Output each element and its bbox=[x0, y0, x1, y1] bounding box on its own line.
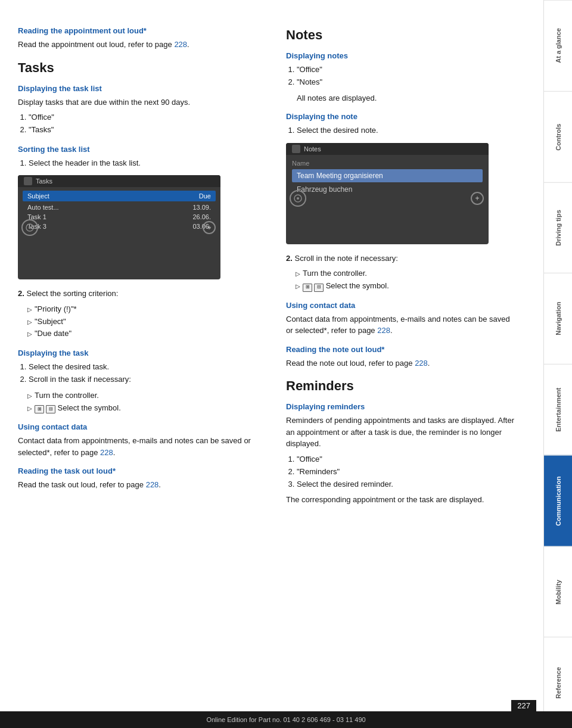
sidebar: At a glance Controls Driving tips Naviga… bbox=[543, 0, 572, 728]
right-column: Notes Displaying notes "Office" "Notes" … bbox=[280, 18, 518, 710]
using-contact-data-notes-body: Contact data from appointments, e-mails … bbox=[286, 313, 518, 337]
contact-data-tasks-link[interactable]: 228 bbox=[100, 448, 113, 457]
sidebar-tab-navigation[interactable]: Navigation bbox=[544, 273, 572, 364]
col-due: Due bbox=[199, 192, 211, 200]
row1-due: 13.09. bbox=[192, 204, 211, 211]
task-screenshot: Tasks Subject Due Auto test... 13.09. Ta… bbox=[18, 175, 220, 279]
reading-note-loud-heading: Reading the note out loud* bbox=[286, 345, 518, 354]
all-notes-displayed: All notes are displayed. bbox=[297, 92, 518, 104]
screen-title-bar: Tasks bbox=[18, 175, 220, 187]
notes-nav-controls bbox=[290, 190, 306, 207]
reading-appointment-section: Reading the appointment out loud* Read t… bbox=[18, 26, 268, 51]
col-subject: Subject bbox=[27, 192, 49, 200]
reading-note-loud-body: Read the note out loud, refer to page 22… bbox=[286, 357, 518, 369]
notes-screen-body: Name Team Meeting organisieren Fahrzeug … bbox=[286, 155, 489, 200]
list-item: ⊞ ⊟ Select the symbol. bbox=[296, 280, 518, 293]
list-item: "Reminders" bbox=[297, 466, 518, 478]
selected-item: Team Meeting organisieren bbox=[292, 169, 483, 182]
list-item: "Office" bbox=[29, 111, 268, 124]
sidebar-tab-controls[interactable]: Controls bbox=[544, 91, 572, 182]
row2-due: 26.06. bbox=[192, 213, 211, 220]
list-item: Scroll in the task if necessary: bbox=[29, 374, 268, 386]
reading-appointment-body: Read the appointment out loud, refer to … bbox=[18, 39, 268, 51]
table-header: Subject Due bbox=[23, 191, 216, 201]
notes-screenshot: Notes Name Team Meeting organisieren Fah… bbox=[286, 143, 489, 244]
list-item: "Office" bbox=[297, 453, 518, 466]
list-item: "Office" bbox=[297, 64, 518, 76]
list-item: ⊞ ⊟ Select the symbol. bbox=[27, 402, 268, 415]
sidebar-tab-mobility[interactable]: Mobility bbox=[544, 546, 572, 637]
list-item: Select the desired task. bbox=[29, 361, 268, 374]
notes-step2-label: 2. Scroll in the note if necessary: bbox=[286, 253, 518, 265]
displaying-task-steps: Select the desired task. Scroll in the t… bbox=[29, 361, 268, 386]
sym-box-2: ⊟ bbox=[46, 405, 55, 413]
contact-data-notes-link[interactable]: 228 bbox=[377, 326, 390, 335]
list-item: "Due date" bbox=[27, 328, 268, 340]
displaying-task-heading: Displaying the task bbox=[18, 349, 268, 357]
reading-task-loud-body: Read the task out loud, refer to page 22… bbox=[18, 479, 268, 491]
displaying-task-list-steps: "Office" "Tasks" bbox=[29, 111, 268, 136]
list-item: Turn the controller. bbox=[296, 267, 518, 280]
notes-right-button: + bbox=[471, 192, 484, 205]
sidebar-tab-communication[interactable]: Communication bbox=[544, 455, 572, 546]
displaying-note-heading: Displaying the note bbox=[286, 112, 518, 121]
notes-screen-icon bbox=[292, 145, 300, 153]
svg-point-1 bbox=[29, 226, 31, 229]
list-item: Select the desired note. bbox=[297, 125, 518, 137]
sidebar-tab-at-a-glance[interactable]: At a glance bbox=[544, 0, 572, 91]
displaying-reminders-heading: Displaying reminders bbox=[286, 402, 518, 411]
using-contact-data-tasks-heading: Using contact data bbox=[18, 422, 268, 431]
displaying-note-steps: Select the desired note. bbox=[297, 125, 518, 137]
svg-point-3 bbox=[297, 197, 299, 200]
using-contact-data-notes-heading: Using contact data bbox=[286, 301, 518, 310]
table-row: Auto test... 13.09. bbox=[23, 203, 216, 212]
list-item: Turn the controller. bbox=[27, 390, 268, 402]
reminders-after-list: The corresponding appointment or the tas… bbox=[286, 494, 518, 506]
sort-options: "Priority (!)"* "Subject" "Due date" bbox=[27, 303, 268, 340]
displaying-task-list-heading: Displaying the task list bbox=[18, 84, 268, 93]
sorting-task-list-heading: Sorting the task list bbox=[18, 145, 268, 154]
list-item: Select the desired reminder. bbox=[297, 478, 518, 491]
sidebar-tab-driving-tips[interactable]: Driving tips bbox=[544, 182, 572, 273]
list-item: "Tasks" bbox=[29, 124, 268, 136]
displaying-task-list-body: Display tasks that are due within the ne… bbox=[18, 97, 268, 108]
right-button: + bbox=[203, 221, 216, 234]
screen-body: Subject Due Auto test... 13.09. Task 1 2… bbox=[18, 187, 220, 235]
notes-scroll-options: Turn the controller. ⊞ ⊟ Select the symb… bbox=[296, 267, 518, 293]
notes-sym-box-1: ⊞ bbox=[303, 284, 312, 292]
sorting-steps: Select the header in the task list. bbox=[29, 157, 268, 170]
displaying-reminders-body: Reminders of pending appointments and ta… bbox=[286, 415, 518, 450]
reading-note-loud-link[interactable]: 228 bbox=[415, 359, 428, 368]
row1-subject: Auto test... bbox=[27, 204, 59, 211]
sym-box-1: ⊞ bbox=[35, 405, 44, 413]
reading-task-loud-heading: Reading the task out loud* bbox=[18, 466, 268, 475]
notes-screen-title: Notes bbox=[304, 145, 321, 153]
nav-controls bbox=[21, 219, 38, 236]
sidebar-tab-entertainment[interactable]: Entertainment bbox=[544, 364, 572, 455]
reading-appointment-link[interactable]: 228 bbox=[174, 40, 187, 49]
tasks-title: Tasks bbox=[18, 60, 268, 76]
scroll-options-task: Turn the controller. ⊞ ⊟ Select the symb… bbox=[27, 390, 268, 415]
table-row: Task 1 26.06. bbox=[23, 212, 216, 222]
notes-screen-title-bar: Notes bbox=[286, 143, 489, 155]
normal-item: Fahrzeug buchen bbox=[292, 184, 483, 195]
reading-appointment-heading: Reading the appointment out loud* bbox=[18, 26, 268, 35]
nav-circle bbox=[21, 219, 38, 236]
notes-title: Notes bbox=[286, 27, 518, 43]
notes-sym-box-2: ⊟ bbox=[314, 284, 324, 292]
notes-nav-circle bbox=[290, 190, 306, 207]
left-column: Reading the appointment out loud* Read t… bbox=[18, 18, 280, 710]
screen-icon bbox=[24, 177, 32, 185]
footer: Online Edition for Part no. 01 40 2 606 … bbox=[0, 711, 572, 728]
list-item: "Subject" bbox=[27, 316, 268, 328]
list-item: "Notes" bbox=[297, 76, 518, 89]
notes-symbol-icons: ⊞ ⊟ bbox=[303, 284, 324, 292]
reminders-title: Reminders bbox=[286, 378, 518, 394]
table-row: Task 3 03.06. bbox=[23, 222, 216, 231]
displaying-notes-heading: Displaying notes bbox=[286, 51, 518, 60]
screen-title: Tasks bbox=[36, 178, 52, 185]
footer-text: Online Edition for Part no. 01 40 2 606 … bbox=[206, 716, 365, 723]
reading-task-loud-link[interactable]: 228 bbox=[146, 480, 159, 489]
symbol-icons: ⊞ ⊟ bbox=[35, 405, 55, 413]
page-number: 227 bbox=[511, 700, 536, 711]
